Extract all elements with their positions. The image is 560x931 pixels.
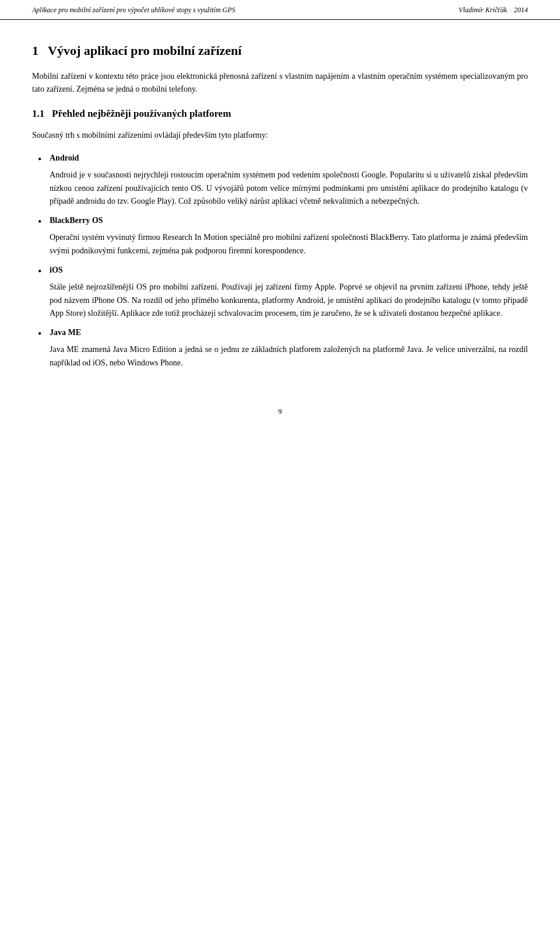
header-title: Aplikace pro mobilní zařízení pro výpoče… xyxy=(32,6,235,15)
bullet-label-ios: iOS xyxy=(50,266,528,275)
page-number: 9 xyxy=(278,407,282,416)
section-title: Přehled nejběžněji používaných platforem xyxy=(52,108,231,119)
bullet-text-javame: Java ME znamená Java Micro Edition a jed… xyxy=(50,343,528,369)
section-number: 1.1 xyxy=(32,108,44,119)
bullet-dot-javame: • xyxy=(38,328,41,341)
bullet-item-blackberry: • BlackBerry OS Operační systém vyvinutý… xyxy=(32,216,528,257)
chapter-title: Vývoj aplikací pro mobilní zařízení xyxy=(48,43,242,58)
header-author-year: Vladimír Kričťák 2014 xyxy=(459,6,528,15)
bullet-label-javame: Java ME xyxy=(50,328,528,337)
bullet-text-ios: Stále ještě nejrozšířenější OS pro mobil… xyxy=(50,281,528,320)
bullet-label-android: Android xyxy=(50,154,528,163)
header-year: 2014 xyxy=(514,6,528,14)
chapter-heading: 1 Vývoj aplikací pro mobilní zařízení xyxy=(32,43,528,58)
bullet-label-blackberry: BlackBerry OS xyxy=(50,216,528,225)
header-author: Vladimír Kričťák xyxy=(459,6,507,14)
bullet-dot-android: • xyxy=(38,154,41,166)
bullet-text-android: Android je v současnosti nejrychleji ros… xyxy=(50,169,528,208)
bullet-item-ios: • iOS Stále ještě nejrozšířenější OS pro… xyxy=(32,266,528,320)
chapter-intro: Mobilní zařízení v kontextu této práce j… xyxy=(32,70,528,96)
page-header: Aplikace pro mobilní zařízení pro výpoče… xyxy=(0,0,560,20)
bullet-item-javame: • Java ME Java ME znamená Java Micro Edi… xyxy=(32,328,528,369)
bullet-item-android: • Android Android je v současnosti nejry… xyxy=(32,154,528,208)
page-container: Aplikace pro mobilní zařízení pro výpoče… xyxy=(0,0,560,931)
chapter-number: 1 xyxy=(32,43,38,58)
bullet-dot-blackberry: • xyxy=(38,216,41,229)
section-intro: Současný trh s mobilními zařízeními ovlá… xyxy=(32,129,528,142)
bullet-dot-ios: • xyxy=(38,266,41,278)
page-footer: 9 xyxy=(0,401,560,425)
bullet-text-blackberry: Operační systém vyvinutý firmou Research… xyxy=(50,231,528,257)
section-heading: 1.1 Přehled nejběžněji používaných platf… xyxy=(32,108,528,120)
main-content: 1 Vývoj aplikací pro mobilní zařízení Mo… xyxy=(0,20,560,401)
